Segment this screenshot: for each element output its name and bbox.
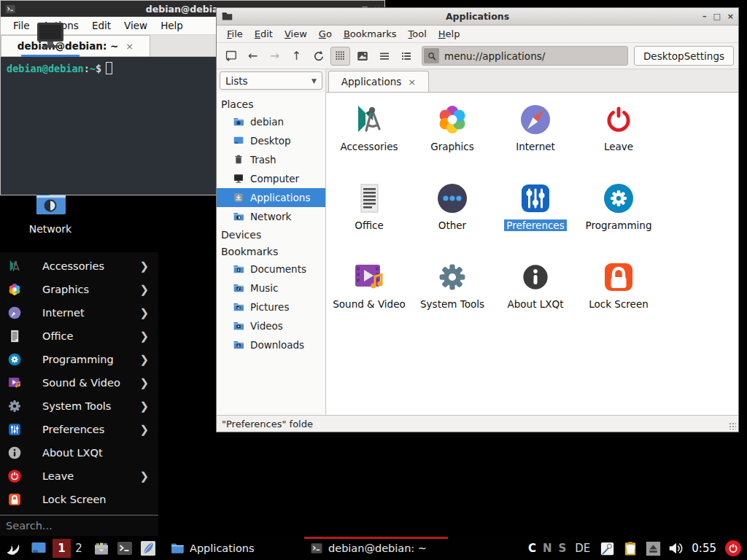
clipboard-tray-icon[interactable] [622, 540, 639, 557]
grid-item-leave[interactable]: Leave [577, 100, 660, 179]
submenu-arrow-icon: ❯ [139, 423, 149, 436]
menu-item-programming[interactable]: Programming❯ [0, 348, 158, 371]
menu-view[interactable]: View [117, 18, 154, 33]
screenshot-tray-icon[interactable] [599, 540, 616, 557]
tab-applications[interactable]: Applications × [328, 71, 429, 92]
address-bar[interactable]: menu://applications/ [422, 46, 628, 66]
grid-item-sound-video[interactable]: Sound & Video [328, 257, 411, 336]
lxqt-bird-icon [4, 539, 23, 558]
quicklaunch-featherpad-button[interactable] [139, 540, 157, 557]
detailed-list-icon [400, 50, 413, 63]
sidebar-item-applications[interactable]: Applications [217, 188, 325, 207]
task-button-terminal[interactable]: debian@debian: ~ [304, 537, 448, 560]
menu-item-about-lxqt[interactable]: About LXQt [0, 441, 158, 464]
fm-icon-view[interactable]: Accessories Graphics Internet Leave Offi… [326, 93, 738, 415]
computer-icon [33, 18, 68, 52]
volume-tray-icon[interactable] [667, 540, 684, 556]
maximize-button[interactable]: □ [713, 12, 720, 21]
grid-item-internet[interactable]: Internet [494, 100, 577, 179]
sidebar-item-downloads[interactable]: Downloads [217, 335, 325, 354]
sidebar-item-debian[interactable]: debian [217, 112, 325, 131]
menu-item-sound-video[interactable]: Sound & Video❯ [0, 371, 158, 394]
sidebar-item-network[interactable]: Network [217, 207, 325, 226]
close-button[interactable]: × [727, 12, 734, 21]
sidebar-item-desktop[interactable]: Desktop [217, 131, 325, 150]
quicklaunch-terminal-button[interactable] [116, 540, 133, 557]
grid-item-other[interactable]: Other [411, 179, 494, 257]
menu-help[interactable]: Help [433, 27, 466, 41]
keyboard-layout-indicator[interactable]: DE [575, 542, 590, 555]
sidebar-item-pictures[interactable]: Pictures [217, 298, 325, 316]
grid-item-programming[interactable]: Programming [577, 179, 660, 257]
desktop-icon [233, 135, 244, 147]
tab-close-icon[interactable]: × [125, 41, 133, 52]
menu-help[interactable]: Help [154, 18, 190, 33]
resize-grip[interactable] [729, 422, 736, 429]
quicklaunch-filemanager-button[interactable] [93, 540, 110, 557]
grid-item-accessories[interactable]: Accessories [328, 100, 411, 179]
menu-item-internet[interactable]: Internet❯ [0, 301, 158, 324]
detailed-view-button[interactable] [396, 47, 416, 66]
menu-file[interactable]: File [221, 27, 249, 41]
thumbnail-view-button[interactable] [352, 47, 372, 66]
folder-icon [170, 541, 185, 556]
sidebar-item-documents[interactable]: Documents [217, 260, 325, 279]
grid-item-graphics[interactable]: Graphics [411, 100, 494, 179]
compact-view-button[interactable] [374, 47, 394, 66]
system-tools-icon [7, 399, 22, 413]
address-text[interactable]: menu://applications/ [439, 50, 545, 62]
menu-go[interactable]: Go [313, 27, 338, 41]
desktop-settings-button[interactable]: DesktopSettings [634, 46, 734, 66]
menu-item-graphics[interactable]: Graphics❯ [0, 278, 158, 301]
grid-item-office[interactable]: Office [328, 179, 411, 257]
sidebar-item-computer[interactable]: Computer [217, 169, 325, 188]
main-menu-button[interactable] [4, 539, 23, 558]
devices-header: Devices [217, 226, 325, 243]
clock[interactable]: 0:55 [692, 542, 716, 555]
up-button[interactable]: ↑ [287, 47, 306, 66]
forward-button[interactable]: → [265, 47, 285, 66]
computer-icon [233, 173, 244, 184]
new-tab-button[interactable] [221, 47, 241, 66]
removable-media-tray-icon[interactable] [646, 541, 661, 556]
icon-view-button[interactable] [330, 47, 350, 66]
task-button-applications[interactable]: Applications [164, 537, 304, 560]
grid-item-system-tools[interactable]: System Tools [411, 257, 494, 336]
menu-item-lock-screen[interactable]: Lock Screen [0, 488, 158, 511]
sidebar-item-music[interactable]: Music [217, 279, 325, 298]
menu-item-preferences[interactable]: Preferences❯ [0, 418, 158, 441]
refresh-button[interactable] [309, 47, 328, 66]
menu-bookmarks[interactable]: Bookmarks [338, 27, 403, 41]
sidebar-item-trash[interactable]: Trash [217, 150, 325, 169]
window-title: Applications [217, 11, 738, 22]
back-button[interactable]: ← [243, 47, 263, 66]
menu-item-leave[interactable]: Leave❯ [0, 464, 158, 488]
menu-item-office[interactable]: Office❯ [0, 324, 158, 348]
places-header: Places [217, 96, 325, 112]
leave-power-icon [601, 102, 636, 137]
fm-titlebar[interactable]: Applications – □ × [217, 8, 738, 26]
grid-item-about-lxqt[interactable]: About LXQt [494, 257, 577, 336]
menu-edit[interactable]: Edit [85, 18, 117, 33]
grid-item-lock-screen[interactable]: Lock Screen [577, 257, 660, 336]
show-desktop-button[interactable] [30, 540, 47, 557]
status-text: "Preferences" folde [222, 419, 313, 429]
submenu-arrow-icon: ❯ [139, 283, 149, 296]
menu-item-accessories[interactable]: Accessories❯ [0, 254, 158, 278]
menu-search-input[interactable]: Search... [0, 516, 158, 535]
menu-item-system-tools[interactable]: System Tools❯ [0, 394, 158, 418]
workspace-2-button[interactable]: 2 [71, 539, 87, 558]
leave-tray-button[interactable] [724, 540, 742, 557]
lists-dropdown[interactable]: Lists ▼ [220, 71, 322, 90]
sound-video-icon [7, 376, 22, 390]
about-icon [518, 260, 553, 295]
workspace-1-button[interactable]: 1 [53, 539, 71, 558]
menu-tool[interactable]: Tool [403, 27, 433, 41]
grid-item-preferences[interactable]: Preferences [494, 179, 577, 257]
menu-view[interactable]: View [279, 27, 313, 41]
sidebar-item-videos[interactable]: Videos [217, 316, 325, 335]
menu-edit[interactable]: Edit [249, 27, 279, 41]
tab-close-icon[interactable]: × [408, 77, 416, 88]
internet-icon [7, 306, 22, 320]
minimize-button[interactable]: – [703, 12, 707, 21]
